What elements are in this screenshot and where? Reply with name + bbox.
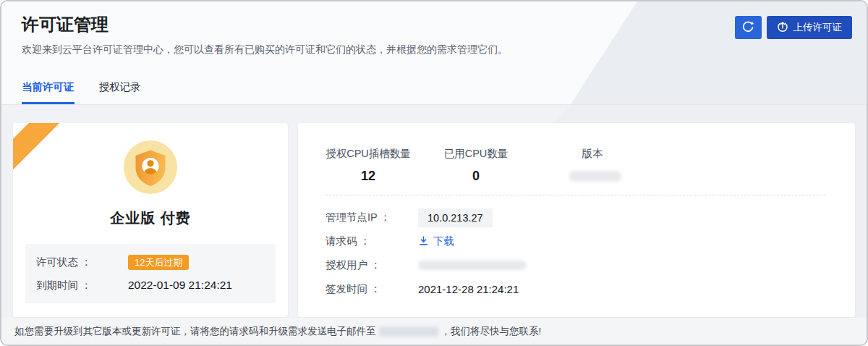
tab-current-license[interactable]: 当前许可证 bbox=[22, 80, 75, 104]
license-status-box: 许可状态 ： 12天后过期 到期时间 ： 2022-01-09 21:24:21 bbox=[25, 244, 276, 303]
tab-authorization-records[interactable]: 授权记录 bbox=[99, 80, 141, 104]
download-link-label: 下载 bbox=[433, 235, 454, 248]
footer-text-before: 如您需要升级到其它版本或更新许可证，请将您的请求码和升级需求发送电子邮件至 bbox=[14, 325, 376, 338]
expiry-time-row: 到期时间 ： 2022-01-09 21:24:21 bbox=[36, 276, 265, 295]
license-summary-card: 企业版 付费 许可状态 ： 12天后过期 到期时间 ： 2022-01-09 2… bbox=[13, 123, 288, 317]
upload-license-button[interactable]: 上传许可证 bbox=[767, 16, 853, 39]
page-header: 许可证管理 欢迎来到云平台许可证管理中心，您可以查看所有已购买的许可证和它们的状… bbox=[1, 1, 867, 105]
corner-ribbon bbox=[13, 123, 69, 174]
dashed-divider bbox=[326, 195, 826, 195]
stat-label: 版本 bbox=[569, 147, 616, 161]
issue-time-value: 2021-12-28 21:24:21 bbox=[418, 283, 519, 295]
footer-note: 如您需要升级到其它版本或更新许可证，请将您的请求码和升级需求发送电子邮件至 ，我… bbox=[1, 318, 867, 345]
management-node-ip-row: 管理节点IP ： 10.0.213.27 bbox=[326, 206, 855, 229]
expiry-time-label: 到期时间 ： bbox=[36, 279, 128, 292]
license-detail-card: 授权CPU插槽数量 12 已用CPU数量 0 版本 管理节点IP ： 10.0.… bbox=[298, 123, 855, 317]
refresh-icon bbox=[741, 20, 754, 35]
management-node-ip-value: 10.0.213.27 bbox=[418, 208, 493, 227]
stat-label: 已用CPU数量 bbox=[443, 147, 509, 161]
page-subtitle: 欢迎来到云平台许可证管理中心，您可以查看所有已购买的许可证和它们的状态，并根据您… bbox=[22, 43, 508, 56]
issue-time-row: 签发时间 ： 2021-12-28 21:24:21 bbox=[326, 277, 855, 301]
refresh-button[interactable] bbox=[735, 16, 762, 39]
expiry-time-value: 2022-01-09 21:24:21 bbox=[128, 279, 232, 292]
footer-text-after: ，我们将尽快与您联系! bbox=[441, 325, 542, 338]
stat-version: 版本 bbox=[569, 147, 616, 185]
stat-label: 授权CPU插槽数量 bbox=[326, 147, 411, 161]
license-status-row: 许可状态 ： 12天后过期 bbox=[36, 253, 265, 271]
license-management-window: 许可证管理 欢迎来到云平台许可证管理中心，您可以查看所有已购买的许可证和它们的状… bbox=[0, 0, 868, 346]
tab-bar: 当前许可证 授权记录 bbox=[22, 80, 141, 104]
download-icon bbox=[418, 235, 429, 248]
stat-authorized-cpu-slots: 授权CPU插槽数量 12 bbox=[326, 147, 411, 185]
expiry-badge: 12天后过期 bbox=[128, 255, 189, 270]
redacted-email bbox=[379, 326, 438, 337]
stat-value: 0 bbox=[443, 169, 509, 184]
page-title: 许可证管理 bbox=[22, 13, 109, 36]
detail-rows: 管理节点IP ： 10.0.213.27 请求码 ： 下载 bbox=[326, 206, 855, 301]
request-code-label: 请求码 ： bbox=[326, 235, 418, 248]
stats-row: 授权CPU插槽数量 12 已用CPU数量 0 版本 bbox=[326, 123, 855, 185]
upload-icon bbox=[777, 21, 788, 35]
request-code-row: 请求码 ： 下载 bbox=[326, 229, 855, 253]
issue-time-label: 签发时间 ： bbox=[326, 282, 418, 296]
header-actions: 上传许可证 bbox=[735, 16, 853, 39]
stat-used-cpu: 已用CPU数量 0 bbox=[443, 147, 509, 185]
stat-value: 12 bbox=[326, 169, 411, 184]
content-area: 企业版 付费 许可状态 ： 12天后过期 到期时间 ： 2022-01-09 2… bbox=[1, 105, 867, 318]
redacted-authorized-user-value bbox=[418, 261, 527, 270]
license-status-label: 许可状态 ： bbox=[36, 256, 128, 269]
management-node-ip-label: 管理节点IP ： bbox=[326, 211, 418, 224]
download-request-code-link[interactable]: 下载 bbox=[418, 235, 454, 248]
authorized-user-row: 授权用户 ： bbox=[326, 253, 855, 277]
shield-user-icon bbox=[124, 140, 177, 194]
redacted-version-value bbox=[569, 171, 621, 182]
license-edition: 企业版 付费 bbox=[13, 208, 288, 228]
authorized-user-label: 授权用户 ： bbox=[326, 258, 418, 272]
upload-button-label: 上传许可证 bbox=[793, 21, 843, 34]
